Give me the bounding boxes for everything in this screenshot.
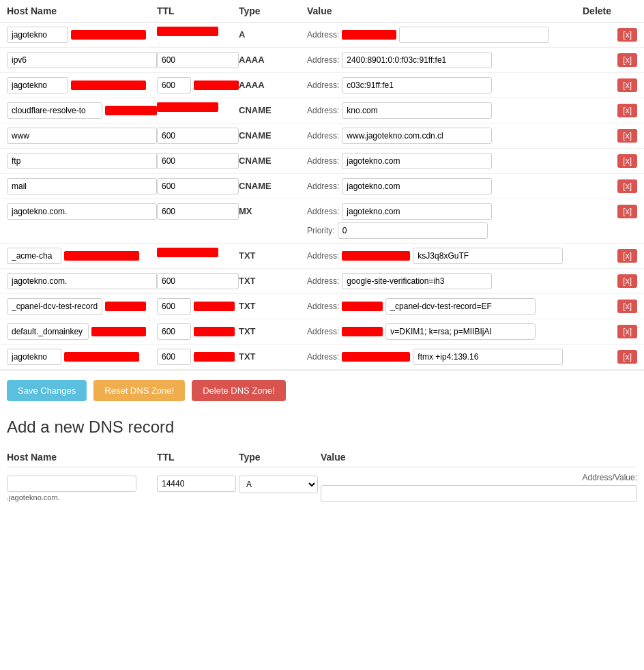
delete-button[interactable]: [x] [617,300,637,313]
priority-input[interactable] [338,222,488,239]
header-host: Host Name [7,5,157,16]
table-row: CNAME Address: [x] [0,174,644,199]
host-input[interactable] [7,323,89,340]
delete-button[interactable]: [x] [617,350,637,364]
type-cell: TXT [239,273,307,286]
delete-button[interactable]: [x] [617,53,637,67]
host-input[interactable] [7,273,157,289]
ttl-input[interactable] [157,323,191,340]
host-input[interactable] [7,27,68,43]
value-input[interactable] [385,298,536,315]
delete-button[interactable]: [x] [617,325,637,338]
ttl-input[interactable] [157,298,191,315]
delete-button[interactable]: [x] [617,104,637,117]
ttl-input[interactable] [157,273,239,289]
host-cell [7,102,157,119]
delete-button[interactable]: [x] [617,28,637,42]
action-buttons: Save Changes Reset DNS Zone! Delete DNS … [0,370,644,411]
host-input[interactable] [7,52,157,68]
value-input[interactable] [342,102,492,119]
host-input[interactable] [7,298,102,315]
host-input[interactable] [7,102,102,119]
delete-cell: [x] [583,128,637,143]
add-header-type: Type [239,452,321,463]
type-cell: CNAME [239,153,307,166]
add-type-select[interactable]: A AAAA CNAME MX TXT SRV NS CAA [239,476,318,493]
host-cell [7,248,157,264]
ttl-input[interactable] [157,128,239,144]
value-input[interactable] [342,153,492,169]
type-cell: AAAA [239,77,307,90]
ttl-input[interactable] [157,203,239,220]
value-input[interactable] [342,273,492,289]
redacted-bar [157,27,218,36]
host-cell [7,27,157,43]
value-input[interactable] [342,128,492,144]
type-cell: TXT [239,349,307,362]
type-cell: CNAME [239,128,307,141]
dns-records-container: Host Name TTL Type Value Delete A Addres… [0,0,644,515]
address-label: Address: [307,327,339,336]
host-input[interactable] [7,349,61,365]
value-input[interactable] [342,77,492,93]
ttl-input[interactable] [157,178,239,194]
delete-zone-button[interactable]: Delete DNS Zone! [192,380,286,401]
address-input[interactable] [342,203,492,220]
delete-cell: [x] [583,52,637,67]
ttl-input[interactable] [157,77,191,93]
delete-button[interactable]: [x] [617,205,637,218]
redacted-bar [71,81,146,90]
host-cell [7,349,157,365]
value-input[interactable] [385,323,536,340]
delete-button[interactable]: [x] [617,179,637,193]
host-cell [7,153,157,169]
address-label: Address: [307,352,339,362]
host-input[interactable] [7,77,68,93]
ttl-input[interactable] [157,349,191,365]
ttl-input[interactable] [157,52,239,68]
add-ttl-input[interactable] [157,476,236,492]
value-input[interactable] [342,178,492,194]
delete-button[interactable]: [x] [617,249,637,263]
ttl-cell [157,248,239,257]
host-input[interactable] [7,248,61,264]
redacted-bar [194,352,235,362]
add-type-cell: A AAAA CNAME MX TXT SRV NS CAA [239,473,321,493]
delete-button[interactable]: [x] [617,274,637,288]
save-changes-button[interactable]: Save Changes [7,380,87,401]
type-cell: CNAME [239,102,307,115]
host-input[interactable] [7,128,157,144]
value-input[interactable] [413,248,563,264]
value-input[interactable] [399,27,549,43]
add-value-input[interactable] [321,485,637,501]
host-cell [7,323,157,340]
address-label: Address: [307,81,339,90]
delete-button[interactable]: [x] [617,129,637,143]
redacted-bar [342,251,410,261]
value-cell: Address: [307,27,583,43]
host-input[interactable] [7,203,157,220]
host-cell [7,273,157,289]
ttl-input[interactable] [157,153,239,169]
value-cell: Address: [307,52,583,68]
add-host-input[interactable] [7,476,136,492]
delete-cell: [x] [583,102,637,117]
domain-suffix: .jagotekno.com. [7,492,154,501]
type-cell: MX [239,203,307,216]
value-input[interactable] [413,349,563,365]
delete-button[interactable]: [x] [617,154,637,168]
reset-dns-button[interactable]: Reset DNS Zone! [93,380,185,401]
value-input[interactable] [342,52,492,68]
host-input[interactable] [7,153,157,169]
delete-button[interactable]: [x] [617,78,637,92]
delete-cell: [x] [583,248,637,263]
ttl-cell [157,178,239,194]
value-cell: Address: [307,298,583,315]
redacted-bar [157,248,218,257]
priority-label: Priority: [307,226,335,235]
add-record-row: .jagotekno.com. A AAAA CNAME MX TXT SRV … [7,473,637,501]
table-row: TXT Address: [x] [0,294,644,319]
host-input[interactable] [7,178,157,194]
add-value-label: Address/Value: [583,473,638,482]
value-cell: Address: [307,248,583,264]
